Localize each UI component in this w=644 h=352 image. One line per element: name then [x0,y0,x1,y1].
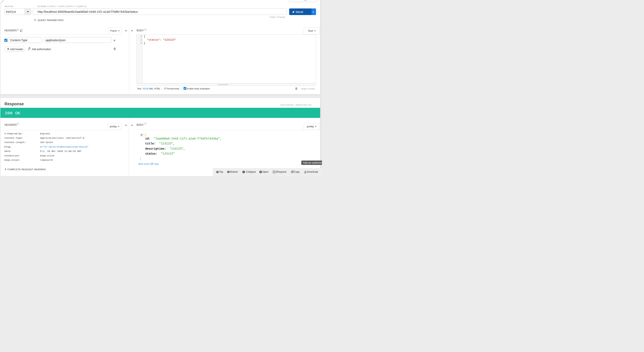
svg-text:A: A [22,29,22,30]
svg-text:Z: Z [22,31,22,32]
